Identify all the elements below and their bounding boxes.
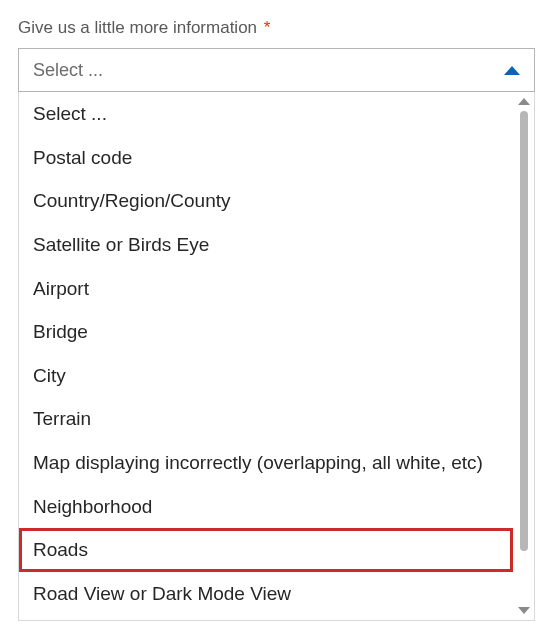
- scroll-thumb[interactable]: [520, 111, 528, 551]
- dropdown-option[interactable]: Road View or Dark Mode View: [19, 572, 513, 616]
- dropdown-option[interactable]: Terrain: [19, 397, 513, 441]
- chevron-up-icon: [504, 66, 520, 75]
- dropdown-option[interactable]: Map displaying incorrectly (overlapping,…: [19, 441, 513, 485]
- scrollbar[interactable]: [513, 92, 534, 620]
- scroll-up-icon[interactable]: [518, 98, 530, 105]
- scroll-down-icon[interactable]: [518, 607, 530, 614]
- dropdown-option[interactable]: Roads: [19, 528, 513, 572]
- more-info-select[interactable]: Select ...: [18, 48, 535, 92]
- dropdown-option[interactable]: Select ...: [19, 92, 513, 136]
- dropdown-panel: Select ...Postal codeCountry/Region/Coun…: [18, 92, 535, 621]
- dropdown-option[interactable]: Satellite or Birds Eye: [19, 223, 513, 267]
- field-label: Give us a little more information *: [18, 18, 535, 38]
- dropdown-option[interactable]: Postal code: [19, 136, 513, 180]
- dropdown-list: Select ...Postal codeCountry/Region/Coun…: [19, 92, 513, 620]
- required-asterisk: *: [264, 18, 271, 37]
- scroll-track[interactable]: [520, 111, 528, 601]
- dropdown-option[interactable]: Neighborhood: [19, 485, 513, 529]
- dropdown-option[interactable]: City: [19, 354, 513, 398]
- field-label-text: Give us a little more information: [18, 18, 257, 37]
- dropdown-option[interactable]: Bridge: [19, 310, 513, 354]
- dropdown-option[interactable]: Country/Region/County: [19, 179, 513, 223]
- dropdown-option[interactable]: Airport: [19, 267, 513, 311]
- select-value: Select ...: [33, 60, 103, 81]
